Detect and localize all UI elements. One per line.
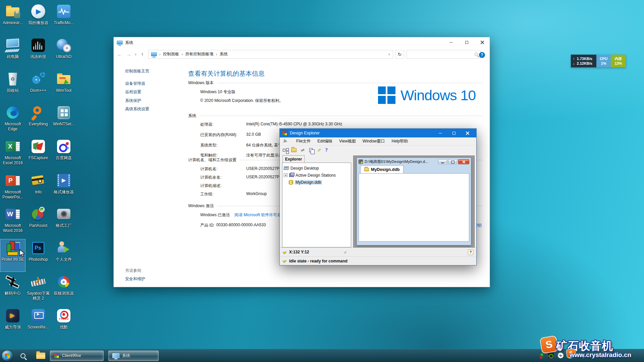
tree-item-design-desktop[interactable]: Design Desktop [284, 165, 350, 172]
address-dropdown-icon[interactable]: ∨ [388, 53, 390, 56]
edit-tool-icon[interactable]: ✎ [316, 148, 322, 152]
desktop-icon-cyberlink[interactable]: 讯连科技 [26, 37, 51, 69]
menu-window[interactable]: Window窗口 [363, 138, 385, 144]
refresh-button[interactable]: ↻ [395, 50, 404, 59]
search-input[interactable] [407, 50, 481, 59]
address-bar[interactable]: › 控制面板 › 所有控制面板项 › 系统 ∨ [148, 50, 393, 59]
breadcrumb-system[interactable]: 系统 [220, 51, 228, 57]
desktop-icon-label: Microsoft PowerPoi... [0, 190, 25, 200]
status-arrow-icon: ➤ [282, 249, 287, 255]
desktop-icon-word[interactable]: WMicrosoft Word 2016 [0, 205, 25, 238]
taskbar-button-system[interactable]: 系统 [108, 351, 159, 361]
child-close-button[interactable] [458, 159, 469, 164]
system-monitor-widget[interactable]: ↑1.73KB/s ↓2.12KB/s CPU1% 内存13% [571, 55, 626, 67]
desktop-icon-dual-browser[interactable]: e双核浏览器 [51, 273, 76, 305]
desktop-icon-photoshop[interactable]: PsPhotoshop [26, 239, 51, 272]
desktop-icon-administrator[interactable]: Administr... [0, 3, 25, 35]
person-arrow-icon [56, 240, 72, 256]
file-explorer-icon[interactable] [36, 353, 45, 359]
system-window-titlebar[interactable]: 系统 [114, 37, 490, 48]
help-icon[interactable]: ? [479, 52, 485, 58]
license-terms-link[interactable]: 阅读 Microsoft 软件许可条款 [234, 212, 285, 218]
protel-puzzle-icon [5, 240, 21, 256]
tree-item-mydesign-ddb[interactable]: MyDesign.ddb [289, 179, 350, 186]
breadcrumb-all-items[interactable]: 所有控制面板项 [185, 51, 213, 57]
open-tool-icon[interactable] [291, 148, 297, 152]
expand-icon[interactable] [284, 173, 287, 177]
sidebar-item-system-protection[interactable]: 系统保护 [125, 98, 141, 104]
desktop-icon-excel[interactable]: XMicrosoft Excel 2016 [0, 138, 25, 170]
desktop-icon-everything[interactable]: Everything [26, 104, 51, 136]
desktop-icon-personal-files[interactable]: 个人文件 [51, 239, 76, 272]
help-tool-icon[interactable]: ? [325, 147, 328, 153]
history-dropdown[interactable]: ∨ [135, 53, 137, 56]
desktop-icon-decode-center[interactable]: 解码中心 [0, 273, 25, 305]
status-help-icon[interactable]: ? [468, 249, 473, 255]
forward-button[interactable]: → [125, 51, 132, 57]
desktop-icon-winntsetup[interactable]: WinNTSet... [51, 104, 76, 136]
desktop-icon-ultraiso[interactable]: UltraISO [51, 37, 76, 69]
sidebar-item-device-manager[interactable]: 设备管理器 [125, 81, 145, 86]
desktop-icon-this-pc[interactable]: 此电脑 [0, 37, 25, 69]
child-minimize-button[interactable] [438, 159, 447, 164]
sidebar-item-control-panel-home[interactable]: 控制面板主页 [125, 68, 149, 74]
desktop-icon-format-factory[interactable]: 格式工厂 [51, 205, 76, 238]
taskbar-search-icon[interactable] [20, 353, 25, 358]
word-letter: W [7, 211, 13, 217]
chevron-icon: › [216, 52, 217, 57]
tree-view-tool-icon[interactable] [283, 149, 285, 152]
desktop-icon-sayatoo[interactable]: ♪Sayatoo字幕精灵 2 [26, 273, 51, 305]
breadcrumb-control-panel[interactable]: 控制面板 [163, 51, 179, 57]
arrows-icon [5, 274, 21, 290]
card-magnifier-icon [30, 173, 46, 189]
document-content-area[interactable] [359, 173, 469, 242]
menu-file[interactable]: File文件 [296, 138, 311, 144]
desktop-icon-fscapture[interactable]: FSCapture [26, 138, 51, 170]
desktop-icon-label: WinNTSet... [51, 122, 76, 127]
maximize-button[interactable] [459, 37, 474, 48]
menu-view[interactable]: View视图 [339, 138, 356, 144]
tab-explorer[interactable]: Explorer [282, 155, 305, 163]
desktop-icon-format-player[interactable]: ▶格式播放器 [51, 172, 76, 204]
system-menu-arrow-icon[interactable] [283, 139, 290, 144]
cut-tool-icon[interactable]: ✂ [300, 147, 306, 153]
minimize-button[interactable] [443, 37, 459, 48]
desktop-icon-wimtool[interactable]: WIMWimTool [51, 70, 76, 103]
sheet-shape [16, 209, 20, 219]
desktop-icon-powerpoint[interactable]: PMicrosoft PowerPoi... [0, 172, 25, 204]
desktop-icon-screenrecorder[interactable]: ▶ScreenRe... [26, 307, 51, 339]
start-button[interactable] [2, 351, 12, 361]
minimize-button[interactable] [434, 129, 447, 137]
sidebar-item-remote-settings[interactable]: 远程设置 [125, 89, 141, 95]
desktop-icon-my-player[interactable]: ▶我的播放器 [26, 3, 51, 35]
close-button[interactable] [461, 129, 474, 137]
design-explorer-titlebar[interactable]: Design Explorer [280, 129, 476, 137]
desktop-icon-partassist[interactable]: PartAssist [26, 205, 51, 238]
taskbar-button-client99se[interactable]: Client99se [50, 351, 104, 361]
desktop-icon-edge[interactable]: Microsoft Edge [0, 104, 25, 136]
desktop-icon-dism[interactable]: Dism+++ [26, 70, 51, 103]
document-icon [359, 160, 363, 164]
up-button[interactable]: ↑ [139, 51, 146, 57]
folder-icon [364, 168, 369, 171]
windows10-logo: Windows 10 [378, 86, 476, 104]
child-maximize-button[interactable] [448, 159, 457, 164]
menu-help[interactable]: Help帮助 [392, 138, 408, 144]
menu-edit[interactable]: Edit编辑 [317, 138, 332, 144]
desktop-icon-baidu-pan[interactable]: 百度网盘 [51, 138, 76, 170]
sidebar-item-advanced-settings[interactable]: 高级系统设置 [125, 106, 149, 112]
tree-item-active-design-stations[interactable]: Active Design Stations [284, 172, 350, 179]
desktop-icon-powerdirector[interactable]: ▶威力导演 [0, 307, 25, 339]
back-button[interactable]: ← [116, 51, 123, 57]
desktop-icon-trafficmonitor[interactable]: TrafficMo... [51, 3, 76, 35]
close-button[interactable] [474, 37, 490, 48]
child-window-titlebar[interactable]: D:\电路图01\MyDesign\MyDesign.d... [357, 158, 471, 165]
tab-mydesign-ddb[interactable]: MyDesign.ddb [360, 165, 404, 174]
maximize-button[interactable] [447, 129, 461, 137]
desktop-icon-recycle-bin[interactable]: ♻回收站 [0, 70, 25, 103]
desktop-icon-info[interactable]: Info [26, 172, 51, 204]
desktop-icon-youku[interactable]: YOUKU优酷 [51, 307, 76, 339]
security-maintenance-link[interactable]: 安全和维护 [125, 276, 145, 282]
copy-tool-icon[interactable] [309, 148, 313, 152]
section-system: 系统 [188, 113, 482, 119]
